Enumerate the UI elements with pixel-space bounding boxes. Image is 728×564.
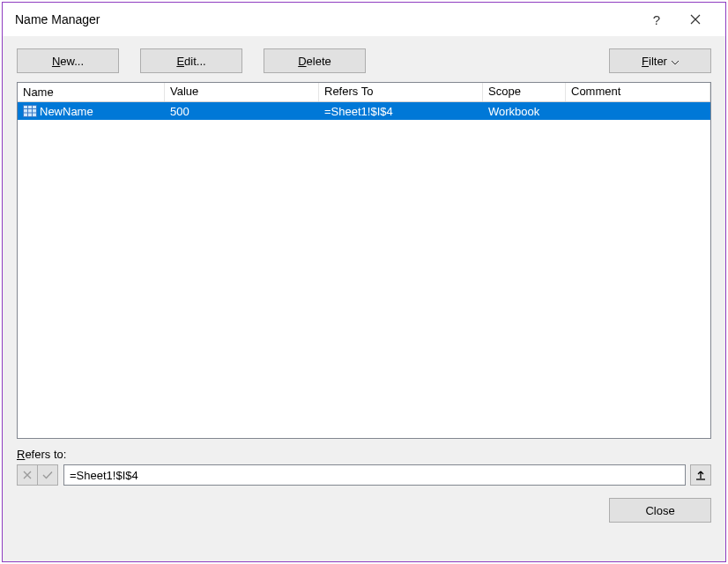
row-name: NewName: [40, 105, 93, 118]
dialog-title: Name Manager: [15, 12, 637, 26]
new-button[interactable]: New...: [17, 48, 119, 73]
name-manager-dialog: Name Manager ? New... Edit... Delete Fil…: [2, 2, 726, 562]
dialog-footer: Close: [3, 486, 725, 537]
edit-button[interactable]: Edit...: [140, 48, 242, 73]
column-header-comment[interactable]: Comment: [566, 83, 710, 101]
refers-to-input[interactable]: [63, 464, 686, 486]
svg-rect-0: [24, 106, 37, 117]
refers-to-label: Refers to:: [17, 448, 711, 461]
table-row[interactable]: NewName 500 =Sheet1!$I$4 Workbook: [18, 102, 710, 120]
delete-button[interactable]: Delete: [264, 48, 366, 73]
row-value: 500: [165, 104, 319, 119]
defined-name-icon: [23, 105, 37, 117]
close-icon[interactable]: [676, 5, 715, 33]
column-header-refers-to[interactable]: Refers To: [319, 83, 483, 101]
row-scope: Workbook: [483, 104, 566, 119]
confirm-edit-button[interactable]: [37, 464, 58, 486]
column-header-scope[interactable]: Scope: [483, 83, 566, 101]
column-header-name[interactable]: Name: [18, 83, 165, 101]
cancel-edit-button[interactable]: [17, 464, 38, 486]
toolbar: New... Edit... Delete Filter: [3, 36, 725, 82]
filter-button[interactable]: Filter: [609, 48, 711, 73]
help-button[interactable]: ?: [637, 5, 676, 33]
column-header-value[interactable]: Value: [165, 83, 319, 101]
titlebar: Name Manager ?: [3, 3, 725, 36]
refers-to-section: Refers to:: [3, 439, 725, 486]
list-header: Name Value Refers To Scope Comment: [18, 83, 710, 102]
list-body: NewName 500 =Sheet1!$I$4 Workbook: [18, 102, 710, 438]
close-button[interactable]: Close: [609, 498, 711, 523]
chevron-down-icon: [672, 55, 679, 68]
row-refers-to: =Sheet1!$I$4: [319, 104, 483, 119]
collapse-dialog-button[interactable]: [690, 464, 711, 486]
row-comment: [566, 110, 710, 112]
names-list: Name Value Refers To Scope Comment NewNa…: [17, 82, 711, 439]
